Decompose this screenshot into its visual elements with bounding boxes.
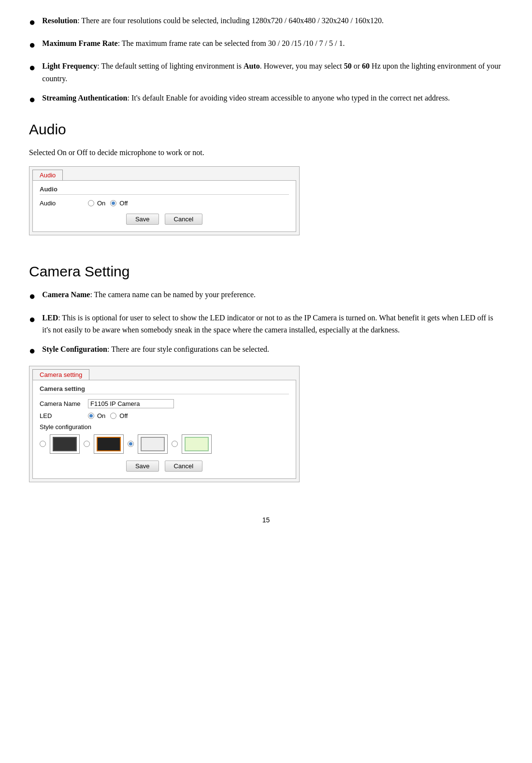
led-radio-off[interactable]: [110, 413, 116, 419]
audio-radio-off-group: Off: [110, 200, 128, 207]
audio-ui-content: Audio Audio On Off Save Cance: [32, 180, 296, 232]
page-number: 15: [29, 516, 503, 524]
top-bullet-list: ● Resolution: There are four resolutions…: [29, 14, 503, 108]
bullet-resolution: ● Resolution: There are four resolutions…: [29, 14, 503, 30]
style-thumb-3[interactable]: [138, 434, 168, 454]
led-row: LED On Off: [40, 412, 289, 419]
resolution-label: Resolution: [42, 16, 77, 25]
light-freq-text3: or: [352, 62, 362, 70]
bullet-dot-4: ●: [29, 91, 35, 108]
style-thumb-light: [141, 437, 165, 451]
style-radio-1[interactable]: [40, 441, 46, 447]
bullet-streaming-text: Streaming Authentication: It's default E…: [42, 92, 503, 104]
audio-radio-off[interactable]: [110, 200, 116, 206]
style-thumb-green: [185, 437, 209, 451]
style-config-title: Style configuration: [40, 423, 91, 431]
camera-section: Camera Setting ● Camera Name: The camera…: [29, 263, 503, 497]
camera-section-title: Camera setting: [40, 385, 289, 394]
audio-section-title: Audio: [40, 186, 289, 195]
bullet-light-freq: ● Light Frequency: The default setting o…: [29, 60, 503, 85]
led-radio-off-group: Off: [110, 412, 128, 419]
audio-radio-on[interactable]: [88, 200, 94, 206]
audio-cancel-button[interactable]: Cancel: [165, 214, 202, 225]
led-radio-on-inner: [89, 414, 93, 417]
led-text: LED: This is is optional for user to sel…: [42, 312, 503, 336]
camera-bullet-dot-3: ●: [29, 342, 35, 359]
camera-cancel-button[interactable]: Cancel: [165, 461, 202, 472]
audio-off-label: Off: [119, 200, 128, 207]
style-config-text: Style Configuration: There are four styl…: [42, 343, 503, 356]
audio-on-label: On: [97, 200, 105, 207]
audio-section: Audio Selected On or Off to decide micro…: [29, 121, 503, 250]
bullet-light-text: Light Frequency: The default setting of …: [42, 60, 503, 85]
camera-bullet-list: ● Camera Name: The camera name can be na…: [29, 288, 503, 359]
style-radio-2[interactable]: [84, 441, 90, 447]
camera-bullet-dot-1: ●: [29, 288, 35, 304]
audio-row-label: Audio: [40, 200, 83, 207]
led-desc: : This is is optional for user to select…: [42, 314, 493, 334]
camera-heading: Camera Setting: [29, 263, 503, 280]
style-thumb-1[interactable]: [50, 434, 80, 454]
bullet-dot: ●: [29, 14, 35, 30]
style-config-label: Style Configuration: [42, 345, 107, 353]
resolution-text: : There are four resolutions could be se…: [77, 16, 384, 25]
camera-save-button[interactable]: Save: [126, 461, 159, 472]
led-radio-on[interactable]: [88, 413, 94, 419]
camera-ui-content: Camera setting Camera Name LED On: [32, 380, 296, 479]
camera-tab-bar: Camera setting: [29, 366, 299, 380]
camera-button-row: Save Cancel: [40, 461, 289, 472]
audio-tab-bar: Audio: [29, 167, 299, 180]
audio-save-button[interactable]: Save: [126, 214, 159, 225]
light-freq-60: 60: [362, 62, 370, 70]
style-radio-3-inner: [129, 442, 132, 446]
bullet-frame-rate-text: Maximum Frame Rate: The maximum frame ra…: [42, 37, 503, 50]
audio-radio-on-group: On: [88, 200, 105, 207]
camera-name-input[interactable]: [88, 399, 174, 408]
camera-ui-box: Camera setting Camera setting Camera Nam…: [29, 366, 300, 482]
audio-tab[interactable]: Audio: [32, 170, 63, 180]
audio-heading: Audio: [29, 121, 503, 138]
led-label: LED: [42, 314, 58, 322]
light-freq-label: Light Frequency: [42, 62, 97, 70]
audio-button-row: Save Cancel: [40, 214, 289, 225]
style-radio-3[interactable]: [128, 441, 134, 447]
audio-row: Audio On Off: [40, 200, 289, 207]
frame-rate-text: : The maximum frame rate can be selected…: [118, 39, 345, 47]
bullet-style-config: ● Style Configuration: There are four st…: [29, 343, 503, 359]
frame-rate-label: Maximum Frame Rate: [42, 39, 117, 47]
led-radio-on-group: On: [88, 412, 105, 419]
camera-name-text: Camera Name: The camera name can be name…: [42, 288, 503, 301]
bullet-frame-rate: ● Maximum Frame Rate: The maximum frame …: [29, 37, 503, 53]
style-thumb-dark: [53, 437, 77, 451]
led-off-label: Off: [119, 412, 128, 419]
bullet-dot-2: ●: [29, 36, 35, 53]
camera-setting-tab[interactable]: Camera setting: [32, 369, 89, 380]
style-config-section-label: Style configuration: [40, 423, 289, 431]
camera-name-row-label: Camera Name: [40, 400, 83, 407]
led-row-label: LED: [40, 412, 83, 419]
audio-ui-box: Audio Audio Audio On Off: [29, 166, 300, 235]
style-config-row: [40, 434, 289, 454]
light-freq-text2: . However, you may select: [260, 62, 344, 70]
bullet-led: ● LED: This is is optional for user to s…: [29, 312, 503, 336]
light-freq-50: 50: [344, 62, 352, 70]
style-config-desc: : There are four style configurations ca…: [107, 345, 269, 353]
bullet-resolution-text: Resolution: There are four resolutions c…: [42, 14, 503, 27]
camera-bullet-dot-2: ●: [29, 311, 35, 328]
audio-intro: Selected On or Off to decide microphone …: [29, 146, 503, 159]
bullet-camera-name: ● Camera Name: The camera name can be na…: [29, 288, 503, 304]
light-freq-auto: Auto: [244, 62, 260, 70]
streaming-text: : It's default Enable for avoiding video…: [127, 94, 450, 102]
style-radio-4[interactable]: [172, 441, 178, 447]
led-on-label: On: [97, 412, 105, 419]
style-thumb-2[interactable]: [94, 434, 124, 454]
streaming-label: Streaming Authentication: [42, 94, 127, 102]
audio-radio-off-inner: [112, 202, 115, 205]
style-thumb-orange: [97, 437, 121, 451]
camera-name-row: Camera Name: [40, 399, 289, 408]
bullet-dot-3: ●: [29, 59, 35, 76]
bullet-streaming-auth: ● Streaming Authentication: It's default…: [29, 92, 503, 108]
camera-name-desc: : The camera name can be named by your p…: [90, 290, 256, 299]
style-thumb-4[interactable]: [182, 434, 212, 454]
camera-name-label: Camera Name: [42, 290, 90, 299]
